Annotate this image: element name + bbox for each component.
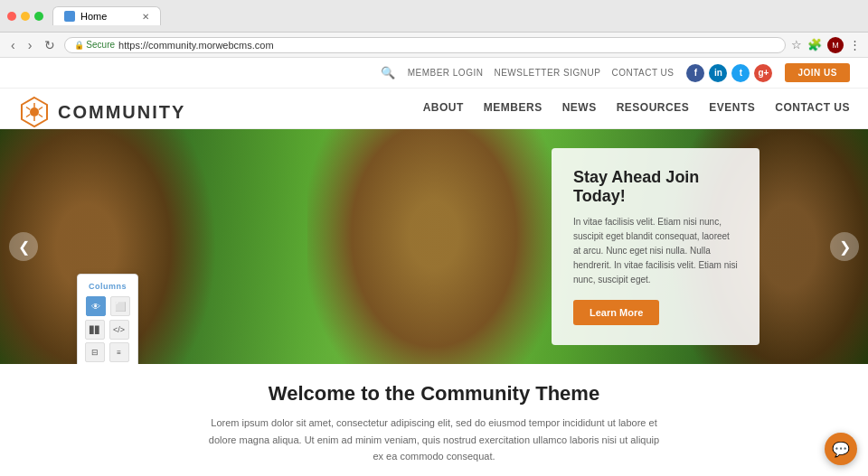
- hero-card: Stay Ahead Join Today! In vitae facilisi…: [552, 148, 760, 345]
- svg-point-1: [30, 107, 39, 117]
- main-content: Welcome to the Community Theme Lorem ips…: [0, 364, 868, 474]
- browser-tab[interactable]: Home ✕: [52, 6, 161, 25]
- hero-card-text: In vitae facilisis velit. Etiam nisi nun…: [573, 215, 738, 287]
- columns-label: Columns: [85, 282, 130, 291]
- fullscreen-dot[interactable]: [34, 12, 43, 21]
- contact-link[interactable]: CONTACT US: [611, 68, 674, 78]
- tab-favicon: [64, 11, 75, 22]
- googleplus-icon[interactable]: g+: [754, 64, 772, 82]
- site-header: COMMUNITY ABOUT MEMBERS NEWS RESOURCES E…: [0, 89, 868, 129]
- col-layout-icon[interactable]: ⬜: [110, 296, 130, 316]
- join-button[interactable]: JOIN US: [785, 63, 850, 82]
- nav-resources[interactable]: RESOURCES: [617, 101, 690, 114]
- bookmark-icon[interactable]: ☆: [791, 38, 802, 51]
- facebook-icon[interactable]: f: [686, 64, 704, 82]
- reload-button[interactable]: ↻: [41, 38, 59, 52]
- chat-button[interactable]: 💬: [825, 433, 857, 465]
- columns-top-row: 👁 ⬜: [85, 296, 130, 316]
- top-bar: 🔍 MEMBER LOGIN NEWSLETTER SIGNUP CONTACT…: [0, 58, 868, 89]
- member-login-link[interactable]: MEMBER LOGIN: [408, 68, 484, 78]
- col-code-icon[interactable]: </>: [109, 320, 129, 340]
- hero-next-button[interactable]: ❯: [830, 232, 859, 261]
- user-badge[interactable]: M: [827, 37, 844, 53]
- browser-nav: ‹ › ↻ 🔒 Secure https://community.morwebc…: [0, 33, 868, 58]
- nav-contact[interactable]: CONTACT US: [775, 101, 850, 114]
- columns-widget: Columns 👁 ⬜ ▊▊ </> ⊟ ≡ ⊞ ⬛ 🖼 📷 ⤴ 📡 👥 ⚙ 📍…: [77, 274, 138, 364]
- logo-icon: [18, 96, 51, 128]
- forward-button[interactable]: ›: [24, 38, 36, 52]
- hero-prev-button[interactable]: ❮: [9, 232, 38, 261]
- search-icon[interactable]: 🔍: [381, 66, 395, 79]
- columns-icon-grid: ▊▊ </> ⊟ ≡ ⊞ ⬛ 🖼 📷 ⤴ 📡 👥 ⚙ 📍 ✉ 🗑: [85, 320, 130, 364]
- logo-area[interactable]: COMMUNITY: [18, 96, 185, 128]
- nav-events[interactable]: EVENTS: [709, 101, 755, 114]
- svg-line-4: [26, 107, 30, 110]
- col-text-icon[interactable]: ≡: [109, 342, 129, 362]
- nav-about[interactable]: ABOUT: [423, 101, 464, 114]
- website: 🔍 MEMBER LOGIN NEWSLETTER SIGNUP CONTACT…: [0, 58, 868, 474]
- learn-more-button[interactable]: Learn More: [573, 300, 659, 325]
- lock-icon: 🔒: [74, 41, 84, 50]
- nav-news[interactable]: NEWS: [562, 101, 597, 114]
- logo-text: COMMUNITY: [58, 102, 185, 123]
- main-nav: ABOUT MEMBERS NEWS RESOURCES EVENTS CONT…: [423, 101, 850, 123]
- address-bar[interactable]: 🔒 Secure https://community.morwebcms.com: [64, 37, 786, 53]
- minimize-dot[interactable]: [21, 12, 30, 21]
- close-dot[interactable]: [7, 12, 16, 21]
- section-title: Welcome to the Community Theme: [18, 382, 850, 406]
- social-icons: f in t g+: [686, 64, 772, 82]
- col-bar-icon[interactable]: ▊▊: [85, 320, 105, 340]
- col-view-icon[interactable]: 👁: [86, 296, 106, 316]
- extensions-icon[interactable]: 🧩: [807, 38, 822, 51]
- nav-actions: ☆ 🧩 M ⋮: [791, 37, 861, 53]
- col-section-icon[interactable]: ⊟: [85, 342, 105, 362]
- hero-section: ❮ ❯ Stay Ahead Join Today! In vitae faci…: [0, 129, 868, 364]
- section-text: Lorem ipsum dolor sit amet, consectetur …: [208, 415, 660, 465]
- browser-chrome: Home ✕: [0, 0, 868, 33]
- url-text[interactable]: https://community.morwebcms.com: [118, 40, 274, 51]
- svg-line-6: [39, 107, 42, 110]
- svg-line-7: [26, 115, 30, 117]
- top-bar-links: MEMBER LOGIN NEWSLETTER SIGNUP CONTACT U…: [408, 68, 675, 78]
- linkedin-icon[interactable]: in: [709, 64, 727, 82]
- hero-card-title: Stay Ahead Join Today!: [573, 168, 738, 206]
- menu-icon[interactable]: ⋮: [849, 38, 861, 51]
- secure-badge: 🔒 Secure: [74, 40, 115, 50]
- tab-close-icon[interactable]: ✕: [142, 12, 149, 22]
- nav-members[interactable]: MEMBERS: [484, 101, 542, 114]
- newsletter-link[interactable]: NEWSLETTER SIGNUP: [494, 68, 600, 78]
- secure-label: Secure: [86, 40, 115, 50]
- back-button[interactable]: ‹: [7, 38, 19, 52]
- twitter-icon[interactable]: t: [731, 64, 750, 82]
- svg-line-5: [39, 115, 42, 117]
- browser-dots: [7, 12, 43, 21]
- tab-label: Home: [80, 11, 107, 22]
